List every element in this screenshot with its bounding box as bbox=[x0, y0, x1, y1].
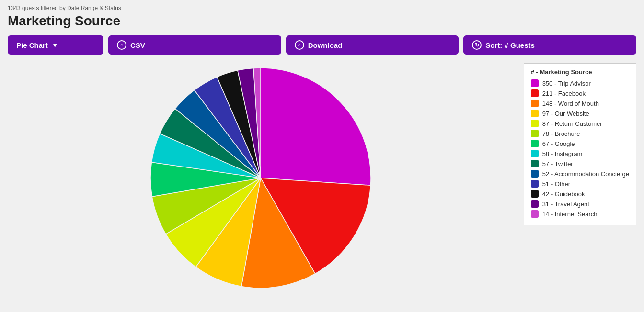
legend-item: 211 - Facebook bbox=[531, 89, 629, 97]
sort-icon: ↻ bbox=[472, 40, 482, 50]
chart-type-button[interactable]: Pie Chart ▼ bbox=[8, 35, 104, 55]
legend-label: 350 - Trip Advisor bbox=[542, 80, 591, 87]
legend-item: 51 - Other bbox=[531, 180, 629, 188]
legend-swatch bbox=[531, 89, 539, 97]
sort-label: Sort: # Guests bbox=[485, 41, 535, 49]
download-icon: ○ bbox=[295, 40, 304, 50]
page-title: Marketing Source bbox=[8, 13, 636, 29]
chart-type-label: Pie Chart bbox=[16, 41, 48, 49]
legend-item: 350 - Trip Advisor bbox=[531, 79, 629, 87]
legend-swatch bbox=[531, 120, 539, 127]
pie-chart bbox=[146, 63, 376, 293]
legend-item: 78 - Brochure bbox=[531, 130, 629, 137]
legend-item: 67 - Google bbox=[531, 140, 629, 147]
legend-label: 97 - Our Website bbox=[542, 110, 589, 117]
toolbar: Pie Chart ▼ ○ CSV ○ Download ↻ Sort: # G… bbox=[8, 35, 636, 55]
pie-segment[interactable] bbox=[261, 68, 371, 185]
legend-swatch bbox=[531, 190, 539, 198]
globe-icon: ○ bbox=[117, 40, 126, 50]
legend-swatch bbox=[531, 200, 539, 208]
legend-swatch bbox=[531, 150, 539, 157]
legend-label: 57 - Twitter bbox=[542, 160, 573, 167]
legend-label: 31 - Travel Agent bbox=[542, 201, 589, 208]
legend-item: 87 - Return Customer bbox=[531, 120, 629, 127]
legend-item: 97 - Our Website bbox=[531, 110, 629, 117]
legend-swatch bbox=[531, 160, 539, 167]
download-button[interactable]: ○ Download bbox=[286, 35, 459, 55]
chevron-down-icon: ▼ bbox=[52, 41, 58, 49]
legend-swatch bbox=[531, 180, 539, 188]
legend-label: 78 - Brochure bbox=[542, 130, 580, 137]
legend-swatch bbox=[531, 79, 539, 87]
legend-label: 51 - Other bbox=[542, 180, 571, 188]
main-content: # - Marketing Source 350 - Trip Advisor2… bbox=[8, 63, 636, 293]
legend-swatch bbox=[531, 140, 539, 147]
legend-label: 87 - Return Customer bbox=[542, 120, 602, 127]
legend-label: 67 - Google bbox=[542, 140, 575, 147]
legend-swatch bbox=[531, 100, 539, 107]
legend-swatch bbox=[531, 130, 539, 137]
chart-area bbox=[8, 63, 514, 293]
legend-label: 42 - Guidebook bbox=[542, 190, 585, 198]
legend-item: 52 - Accommodation Concierge bbox=[531, 170, 629, 178]
legend-label: 52 - Accommodation Concierge bbox=[542, 170, 629, 178]
legend-label: 211 - Facebook bbox=[542, 90, 586, 97]
legend-item: 58 - Instagram bbox=[531, 150, 629, 157]
legend-label: 148 - Word of Mouth bbox=[542, 100, 599, 107]
legend-box: # - Marketing Source 350 - Trip Advisor2… bbox=[524, 63, 636, 225]
legend-swatch bbox=[531, 170, 539, 178]
legend-item: 148 - Word of Mouth bbox=[531, 100, 629, 107]
legend-item: 31 - Travel Agent bbox=[531, 200, 629, 208]
csv-label: CSV bbox=[130, 41, 145, 49]
legend-item: 57 - Twitter bbox=[531, 160, 629, 167]
legend-swatch bbox=[531, 110, 539, 117]
legend-label: 58 - Instagram bbox=[542, 150, 583, 157]
legend-item: 14 - Internet Search bbox=[531, 210, 629, 218]
csv-button[interactable]: ○ CSV bbox=[108, 35, 281, 55]
subtitle: 1343 guests filtered by Date Range & Sta… bbox=[8, 5, 636, 11]
legend-swatch bbox=[531, 210, 539, 218]
legend-item: 42 - Guidebook bbox=[531, 190, 629, 198]
legend-title: # - Marketing Source bbox=[531, 68, 629, 76]
sort-button[interactable]: ↻ Sort: # Guests bbox=[463, 35, 636, 55]
download-label: Download bbox=[308, 41, 343, 49]
legend-label: 14 - Internet Search bbox=[542, 211, 598, 218]
legend-items: 350 - Trip Advisor211 - Facebook148 - Wo… bbox=[531, 79, 629, 218]
